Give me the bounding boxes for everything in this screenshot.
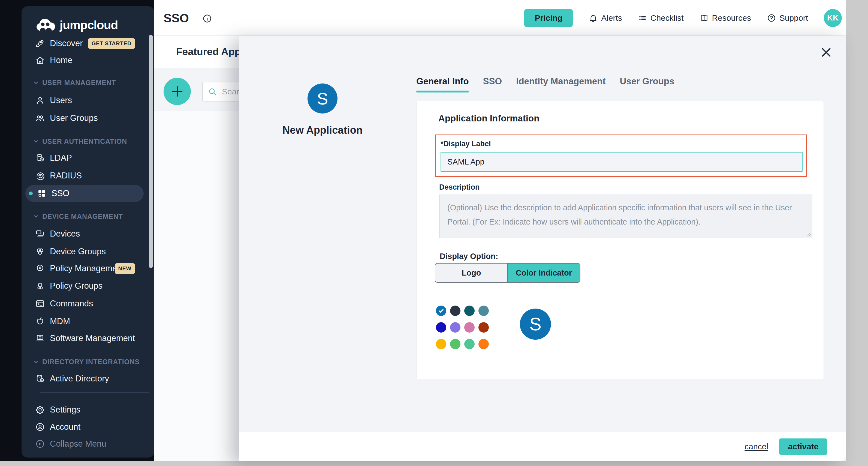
jumpcloud-logo[interactable]: jumpcloud (36, 18, 118, 32)
rocket-icon (35, 38, 45, 48)
sidebar-item-discover[interactable]: Discover GET STARTED (22, 35, 150, 52)
sidebar-item-label: Software Management (50, 333, 135, 343)
cloud-logo-icon (36, 18, 56, 32)
sidebar-item-active-directory[interactable]: Active Directory (22, 370, 150, 387)
plus-icon (170, 84, 184, 98)
section-label: USER MANAGEMENT (42, 79, 116, 87)
sidebar-item-settings[interactable]: Settings (22, 401, 150, 418)
swatch-divider (500, 305, 500, 351)
sidebar-item-label: Home (50, 55, 72, 65)
sidebar-item-mdm[interactable]: MDM (22, 313, 150, 330)
color-swatch[interactable] (450, 322, 460, 332)
sidebar-item-label: RADIUS (50, 171, 82, 181)
checklist-icon (638, 13, 647, 23)
sidebar-item-users[interactable]: Users (22, 92, 150, 109)
screen: jumpcloud Discover GET STARTED Hom (0, 0, 868, 466)
chevron-down-icon (33, 138, 39, 144)
sidebar-item-radius[interactable]: RADIUS (22, 167, 150, 184)
book-icon (700, 13, 709, 23)
color-swatch[interactable] (450, 339, 460, 349)
activate-button[interactable]: activate (779, 438, 827, 455)
devices-icon (35, 229, 45, 239)
display-option-toggle: Logo Color Indicator (435, 263, 580, 283)
sidebar-item-sso-selected[interactable]: SSO (25, 185, 144, 202)
description-textarea[interactable] (439, 195, 812, 238)
application-avatar: S (308, 84, 338, 114)
active-directory-icon (35, 374, 45, 384)
color-indicator-segment[interactable]: Color Indicator (507, 264, 580, 282)
checklist-label: Checklist (650, 13, 684, 23)
sidebar-item-label: Active Directory (50, 374, 109, 384)
chevron-down-icon (33, 359, 39, 365)
color-swatch-selected[interactable] (436, 305, 446, 316)
application-information-card: Application Information *Display Label D… (416, 101, 824, 380)
color-swatch[interactable] (464, 322, 475, 332)
support-label: Support (779, 13, 808, 23)
sidebar-item-policy-groups[interactable]: Policy Groups (22, 277, 150, 295)
sidebar-item-label: Users (50, 95, 72, 105)
sidebar-item-commands[interactable]: Commands (22, 295, 150, 312)
logo-segment[interactable]: Logo (435, 264, 507, 282)
display-label: *Display Label (440, 140, 491, 148)
sidebar-item-label: Settings (50, 405, 81, 415)
color-swatch[interactable] (478, 339, 489, 349)
gear-icon (35, 405, 45, 415)
sidebar-item-device-groups[interactable]: Device Groups (22, 243, 150, 260)
sidebar-item-account[interactable]: Account (22, 418, 150, 436)
tab-sso[interactable]: SSO (483, 76, 502, 92)
tab-user-groups[interactable]: User Groups (620, 76, 674, 92)
cancel-button[interactable]: cancel (745, 442, 768, 451)
avatar[interactable]: KK (824, 9, 842, 27)
sidebar-item-user-groups[interactable]: User Groups (22, 109, 150, 127)
bell-icon (589, 13, 598, 23)
display-label-input[interactable] (440, 152, 803, 172)
sidebar-item-software-management[interactable]: Software Management (22, 329, 150, 347)
tab-general-info[interactable]: General Info (416, 76, 469, 92)
color-swatch[interactable] (464, 305, 475, 316)
color-swatch[interactable] (478, 305, 489, 316)
chevron-down-icon (33, 80, 39, 86)
pricing-button[interactable]: Pricing (524, 9, 573, 27)
color-swatch[interactable] (436, 322, 446, 332)
application-name: New Application (262, 124, 382, 136)
sidebar-item-label: Device Groups (50, 246, 106, 257)
checklist-link[interactable]: Checklist (638, 13, 684, 23)
sidebar-item-policy-management[interactable]: Policy Management NEW (22, 260, 150, 277)
color-swatch[interactable] (450, 305, 460, 316)
support-link[interactable]: Support (767, 13, 808, 23)
collapse-arrow-icon (35, 439, 45, 449)
info-icon[interactable] (202, 13, 212, 24)
sidebar-section-directory-integrations[interactable]: DIRECTORY INTEGRATIONS (22, 356, 150, 368)
sidebar-item-label: Commands (50, 299, 93, 309)
help-icon (767, 13, 776, 23)
sidebar-section-user-management[interactable]: USER MANAGEMENT (22, 77, 150, 89)
sidebar-item-label: Devices (50, 229, 80, 239)
close-icon[interactable] (820, 46, 833, 59)
sidebar-item-label: Account (50, 422, 81, 432)
policy-management-icon (35, 264, 45, 273)
sidebar-item-devices[interactable]: Devices (22, 225, 150, 242)
sidebar-item-ldap[interactable]: LDAP (22, 149, 150, 167)
sidebar-item-home[interactable]: Home (22, 52, 150, 69)
alerts-link[interactable]: Alerts (589, 13, 622, 23)
modal-footer: cancel activate (239, 432, 846, 461)
sidebar-section-device-management[interactable]: DEVICE MANAGEMENT (22, 210, 150, 222)
resources-label: Resources (712, 13, 751, 23)
sidebar-item-label: User Groups (50, 113, 98, 123)
software-laptop-icon (35, 333, 45, 343)
color-swatch[interactable] (436, 339, 446, 349)
sidebar-section-user-authentication[interactable]: USER AUTHENTICATION (22, 135, 150, 147)
resources-link[interactable]: Resources (700, 13, 751, 23)
modal-tabs: General Info SSO Identity Management Use… (416, 76, 674, 92)
tab-identity-management[interactable]: Identity Management (516, 76, 606, 92)
add-application-button[interactable] (163, 78, 191, 105)
sidebar-item-collapse-menu[interactable]: Collapse Menu (22, 435, 150, 453)
section-label: DEVICE MANAGEMENT (42, 212, 123, 221)
new-badge: NEW (115, 263, 135, 274)
color-swatch[interactable] (478, 322, 489, 332)
logo-wordmark: jumpcloud (60, 18, 118, 32)
sidebar-item-label: Policy Groups (50, 281, 102, 291)
sidebar-item-label: Discover (50, 38, 83, 48)
display-option-label: Display Option: (440, 252, 498, 261)
color-swatch[interactable] (464, 339, 475, 349)
